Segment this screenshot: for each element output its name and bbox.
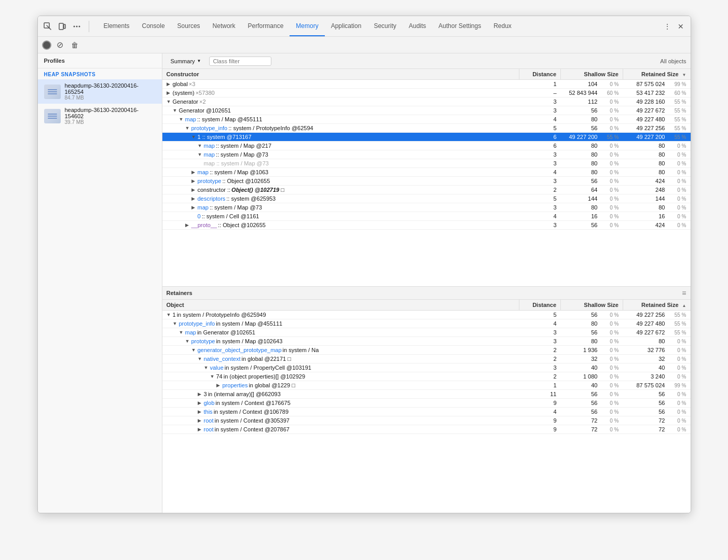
- expand-arrow[interactable]: ▶: [198, 400, 203, 405]
- th-constructor[interactable]: Constructor: [162, 69, 519, 80]
- expand-arrow[interactable]: ▼: [167, 99, 172, 104]
- retainer-row[interactable]: ▼native_context in global @22171 □232 0 …: [162, 355, 691, 363]
- expand-arrow[interactable]: ▼: [185, 339, 190, 344]
- table-row[interactable]: ▶__proto__ :: Object @102655356 0 %424 0…: [162, 221, 691, 230]
- table-row[interactable]: ▶constructor :: Object() @102719 □264 0 …: [162, 186, 691, 194]
- expand-arrow[interactable]: ▶: [167, 81, 172, 87]
- expand-arrow[interactable]: ▶: [216, 383, 222, 388]
- expand-arrow[interactable]: ▼: [210, 374, 215, 379]
- retainer-row[interactable]: ▶properties in global @1229 □140 0 %87 5…: [162, 381, 691, 390]
- close-devtools-icon[interactable]: ✕: [675, 21, 686, 32]
- ret-th-retained[interactable]: Retained Size: [623, 300, 691, 311]
- shallow-size-cell: 56 0 %: [561, 106, 623, 115]
- more-tools-icon[interactable]: [71, 21, 83, 32]
- retainer-row[interactable]: ▶root in system / Context @207867972 0 %…: [162, 425, 691, 434]
- retainer-row[interactable]: ▼1 in system / PrototypeInfo @625949556 …: [162, 311, 691, 319]
- table-row[interactable]: ▼Generator @102651356 0 %49 227 672 55 %: [162, 106, 691, 115]
- expand-arrow[interactable]: ▼: [198, 143, 203, 148]
- expand-arrow[interactable]: ▶: [191, 196, 197, 201]
- expand-arrow[interactable]: ▼: [179, 330, 184, 335]
- th-retained-size[interactable]: Retained Size: [623, 69, 691, 80]
- distance-cell: 3: [519, 97, 561, 106]
- th-shallow-size[interactable]: Shallow Size: [561, 69, 623, 80]
- tab-icons: ⋮ ✕: [662, 21, 686, 32]
- expand-arrow[interactable]: ▼: [179, 117, 184, 122]
- tab-elements[interactable]: Elements: [98, 16, 136, 36]
- retainer-row[interactable]: ▶this in system / Context @106789456 0 %…: [162, 408, 691, 416]
- table-row[interactable]: map :: system / Map @73380 0 %80 0 %: [162, 159, 691, 168]
- expand-arrow[interactable]: ▼: [191, 347, 197, 353]
- ret-th-distance[interactable]: Distance: [519, 300, 561, 311]
- tab-security[interactable]: Security: [367, 16, 402, 36]
- expand-arrow[interactable]: ▼: [191, 134, 197, 139]
- snapshot-icon-1: [44, 85, 61, 99]
- retainer-row[interactable]: ▶glob in system / Context @176675956 0 %…: [162, 399, 691, 408]
- table-row[interactable]: ▼Generator ×23112 0 %49 228 160 55 %: [162, 97, 691, 106]
- device-toolbar-icon[interactable]: [57, 21, 68, 32]
- expand-arrow[interactable]: ▶: [185, 222, 190, 228]
- retainer-row[interactable]: ▼prototype_info in system / Map @4551114…: [162, 319, 691, 328]
- expand-arrow[interactable]: ▼: [204, 365, 209, 370]
- expand-arrow[interactable]: ▶: [198, 409, 203, 414]
- tab-memory[interactable]: Memory: [290, 16, 324, 36]
- expand-arrow[interactable]: ▶: [191, 205, 197, 210]
- retainer-row[interactable]: ▼74 in (object properties)[] @10292921 0…: [162, 372, 691, 381]
- clear-button[interactable]: 🗑: [69, 39, 80, 51]
- tab-redux[interactable]: Redux: [487, 16, 518, 36]
- retainers-menu-icon[interactable]: ≡: [682, 289, 686, 297]
- th-distance[interactable]: Distance: [519, 69, 561, 80]
- tab-author-settings[interactable]: Author Settings: [432, 16, 487, 36]
- expand-arrow[interactable]: ▼: [173, 108, 178, 113]
- expand-arrow[interactable]: ▼: [198, 356, 203, 361]
- expand-arrow[interactable]: ▶: [198, 418, 203, 423]
- summary-tab[interactable]: Summary ▼: [167, 53, 205, 68]
- inspect-icon[interactable]: [42, 21, 53, 32]
- expand-arrow[interactable]: ▼: [185, 125, 190, 131]
- table-row[interactable]: ▼prototype_info :: system / PrototypeInf…: [162, 124, 691, 133]
- table-row[interactable]: 0 :: system / Cell @1161416 0 %16 0 %: [162, 212, 691, 221]
- tab-performance[interactable]: Performance: [242, 16, 290, 36]
- ret-th-object[interactable]: Object: [162, 300, 519, 311]
- tab-sources[interactable]: Sources: [171, 16, 207, 36]
- tab-application[interactable]: Application: [325, 16, 368, 36]
- retainer-row[interactable]: ▶3 in (internal array)[] @6620931156 0 %…: [162, 390, 691, 399]
- record-button[interactable]: [42, 40, 51, 50]
- expand-arrow[interactable]: ▼: [173, 321, 178, 326]
- table-row[interactable]: ▼map :: system / Map @73380 0 %80 0 %: [162, 150, 691, 159]
- ret-th-shallow[interactable]: Shallow Size: [561, 300, 623, 311]
- table-row[interactable]: ▶map :: system / Map @1063480 0 %80 0 %: [162, 168, 691, 177]
- retainer-row[interactable]: ▶root in system / Context @305397972 0 %…: [162, 416, 691, 425]
- expand-arrow[interactable]: ▶: [191, 187, 197, 192]
- more-options-icon[interactable]: ⋮: [662, 21, 673, 32]
- retainer-row[interactable]: ▼map in Generator @102651356 0 %49 227 6…: [162, 328, 691, 337]
- table-row[interactable]: ▼map :: system / Map @455111480 0 %49 22…: [162, 115, 691, 124]
- table-row[interactable]: ▼1 :: system @713167649 227 200 55 %49 2…: [162, 133, 691, 142]
- expand-arrow[interactable]: ▶: [191, 170, 197, 175]
- table-row[interactable]: ▶global ×31104 0 %87 575 024 99 %: [162, 80, 691, 89]
- table-row[interactable]: ▼map :: system / Map @217680 0 %80 0 %: [162, 142, 691, 150]
- expand-arrow[interactable]: ▶: [198, 427, 203, 432]
- expand-arrow[interactable]: ▶: [198, 391, 203, 397]
- retainer-row[interactable]: ▼prototype in system / Map @102643380 0 …: [162, 337, 691, 346]
- tab-audits[interactable]: Audits: [403, 16, 432, 36]
- table-row[interactable]: ▶(system) ×57380–52 843 944 60 %53 417 2…: [162, 89, 691, 97]
- retainer-row[interactable]: ▼generator_object_prototype_map in syste…: [162, 346, 691, 355]
- tab-network[interactable]: Network: [207, 16, 242, 36]
- expand-arrow[interactable]: ▶: [167, 90, 172, 95]
- tab-console[interactable]: Console: [136, 16, 171, 36]
- retainer-shallow-cell: 40 0 %: [561, 381, 623, 390]
- distance-cell: 4: [519, 115, 561, 124]
- retainer-row[interactable]: ▼value in system / PropertyCell @1031913…: [162, 363, 691, 372]
- snapshot-item-2[interactable]: heapdump-36130-20200416-154602 39.7 MB: [38, 104, 162, 128]
- retainers-scroll[interactable]: Object Distance Shallow Size Retained Si…: [162, 300, 691, 505]
- snapshot-item-1[interactable]: heapdump-36130-20200416-165254 84.7 MB: [38, 79, 162, 104]
- class-filter-input[interactable]: [209, 57, 271, 66]
- expand-arrow[interactable]: ▼: [198, 152, 203, 157]
- table-row[interactable]: ▶prototype :: Object @102655356 0 %424 0…: [162, 177, 691, 186]
- shallow-size-cell: 80 0 %: [561, 203, 623, 212]
- table-row[interactable]: ▶map :: system / Map @73380 0 %80 0 %: [162, 203, 691, 212]
- table-row[interactable]: ▶descriptors :: system @6259535144 0 %14…: [162, 194, 691, 203]
- stop-button[interactable]: ⊘: [54, 39, 66, 51]
- expand-arrow[interactable]: ▼: [167, 312, 172, 317]
- expand-arrow[interactable]: ▶: [191, 178, 197, 184]
